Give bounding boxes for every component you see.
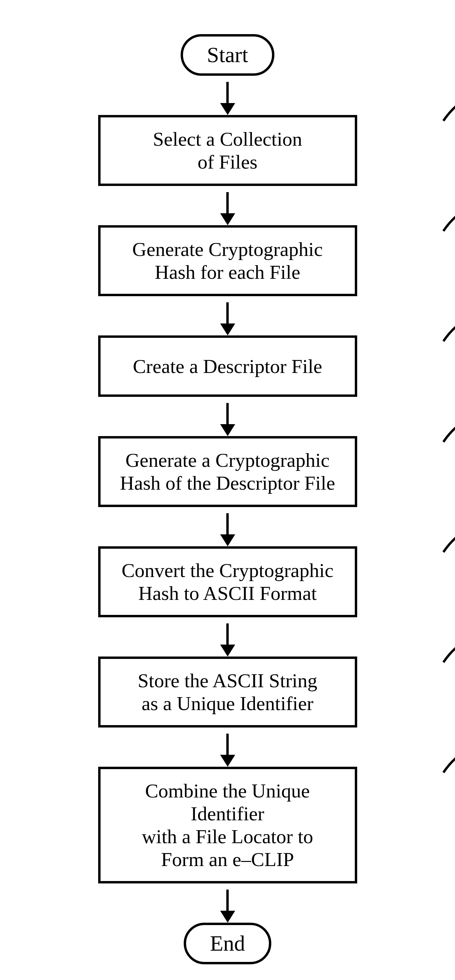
process-text: Convert the CryptographicHash to ASCII F… <box>122 559 334 605</box>
arrow-icon <box>98 186 357 225</box>
leader-line-icon <box>444 408 455 445</box>
process-text: Store the ASCII Stringas a Unique Identi… <box>138 669 317 715</box>
arrow-icon <box>98 507 357 546</box>
process-text: Combine the Unique Identifierwith a File… <box>111 780 344 871</box>
leader-line-icon <box>444 87 455 124</box>
process-text: Select a Collectionof Files <box>153 127 302 173</box>
flowchart: Start Select a Collectionof Files 102 Ge… <box>98 34 357 964</box>
arrow-icon <box>98 727 357 767</box>
leader-line-icon <box>444 628 455 666</box>
arrow-icon <box>98 883 357 923</box>
process-step-114: Combine the Unique Identifierwith a File… <box>98 767 357 883</box>
leader-line-icon <box>444 197 455 234</box>
process-text: Generate CryptographicHash for each File <box>132 238 323 283</box>
leader-line-icon <box>444 518 455 555</box>
process-text: Generate a CryptographicHash of the Desc… <box>120 449 335 495</box>
arrow-icon <box>98 76 357 115</box>
process-step-102: Select a Collectionof Files 102 <box>98 115 357 186</box>
terminator-start: Start <box>181 34 274 76</box>
process-step-106: Create a Descriptor File 106 <box>98 336 357 397</box>
arrow-icon <box>98 397 357 436</box>
leader-line-icon <box>444 307 455 345</box>
process-step-112: Store the ASCII Stringas a Unique Identi… <box>98 657 357 727</box>
process-step-108: Generate a CryptographicHash of the Desc… <box>98 436 357 507</box>
arrow-icon <box>98 296 357 336</box>
process-text: Create a Descriptor File <box>133 355 322 378</box>
arrow-icon <box>98 617 357 657</box>
process-step-104: Generate CryptographicHash for each File… <box>98 225 357 296</box>
leader-line-icon <box>444 738 455 776</box>
process-step-110: Convert the CryptographicHash to ASCII F… <box>98 546 357 617</box>
terminator-end: End <box>184 923 271 964</box>
